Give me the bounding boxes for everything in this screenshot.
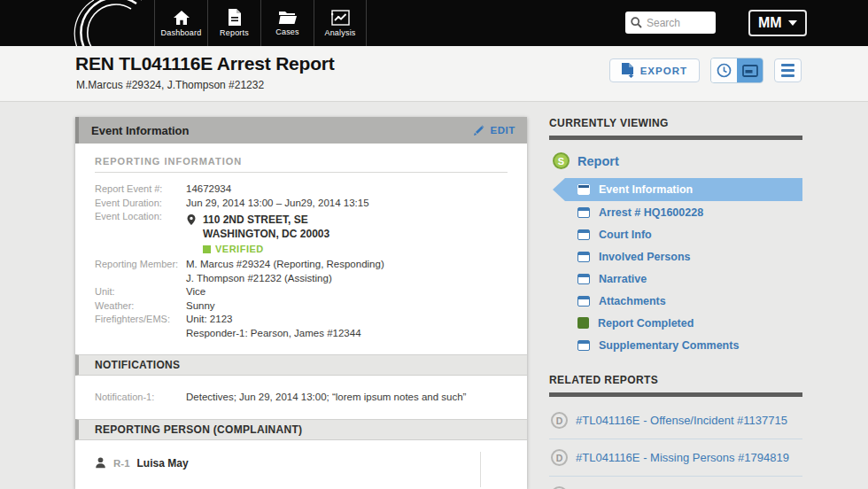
related-report-missing-persons[interactable]: D #TL041116E - Missing Persons #1794819 [549, 439, 802, 477]
related-report-offense[interactable]: D #TL041116E - Offense/Incident #1137715 [549, 402, 802, 439]
header-controls: EXPORT [609, 58, 802, 83]
card-icon [577, 274, 590, 284]
card-icon [577, 184, 590, 195]
panel-title: Event Information [91, 124, 190, 137]
card-icon [577, 296, 590, 307]
nav-item-analysis[interactable]: Analysis [314, 0, 367, 46]
user-menu-button[interactable]: MM [748, 10, 807, 36]
nav-item-reports[interactable]: Reports [207, 0, 260, 46]
export-button[interactable]: EXPORT [609, 58, 700, 82]
hamburger-icon [781, 64, 794, 66]
field-report-event: Report Event #: 14672934 [95, 182, 508, 197]
draft-badge: D [551, 449, 568, 466]
top-nav-bar: Dashboard Reports Cases Analysis MM [0, 0, 868, 46]
nav-item-dashboard[interactable]: Dashboard [154, 0, 207, 46]
reporting-person-section-heading: REPORTING PERSON (COMPLAINANT) [75, 419, 527, 440]
section-item-attachments[interactable]: Attachments [565, 290, 802, 312]
search-input[interactable] [647, 17, 709, 29]
global-search [625, 12, 716, 34]
history-toggle-button[interactable] [711, 58, 737, 82]
reporting-information-fields: Report Event #: 14672934 Event Duration:… [95, 182, 508, 340]
export-download-icon [622, 63, 634, 78]
field-reporting-member: Reporting Member: M. Marcus #29324 (Repo… [95, 258, 508, 285]
draft-badge: D [551, 412, 568, 429]
pencil-icon [474, 125, 484, 136]
address-line-1: 110 2ND STREET, SE [203, 213, 329, 227]
field-weather: Weather: Sunny [95, 299, 508, 314]
person-name: Luisa May [137, 457, 189, 470]
card-view-icon [742, 65, 758, 77]
page-title: REN TL041116E Arrest Report [75, 53, 335, 74]
section-item-report-completed[interactable]: Report Completed [565, 312, 802, 334]
person-tag: R-1 [113, 458, 130, 469]
field-event-location: Event Location: 110 2ND STREET, SE WASHI… [95, 210, 508, 258]
report-root-item[interactable]: S Report [553, 152, 802, 169]
report-section-list: Event Information Arrest # HQ1600228 Cou… [549, 178, 802, 356]
completed-square-icon [577, 317, 589, 329]
card-icon [577, 229, 590, 240]
card-icon [577, 207, 590, 218]
heading-rule [549, 136, 802, 140]
notification-row: Notification-1: Detectives; Jun 29, 2014… [95, 391, 508, 405]
currently-viewing-heading: CURRENTLY VIEWING [549, 117, 802, 129]
analysis-chart-icon [331, 10, 350, 26]
export-label: EXPORT [640, 66, 687, 76]
field-event-duration: Event Duration: Jun 29, 2014 13:00 – Jun… [95, 197, 508, 211]
verified-square-icon [203, 245, 211, 253]
view-toggle-group [710, 58, 763, 83]
card-icon [577, 340, 590, 351]
nav-label: Reports [220, 28, 249, 37]
event-information-panel: Event Information EDIT REPORTING INFORMA… [75, 117, 527, 489]
address-line-2: WASHINGTON, DC 20003 [203, 227, 329, 241]
person-icon [95, 457, 106, 469]
page-header: REN TL041116E Arrest Report M.Marcus #29… [0, 46, 868, 102]
verified-badge: VERIFIED [203, 244, 329, 254]
reporting-information-heading: REPORTING INFORMATION [95, 156, 508, 173]
page-subtitle: M.Marcus #29324, J.Thompson #21232 [76, 79, 264, 91]
hamburger-menu-button[interactable] [774, 58, 802, 82]
reporting-person-row[interactable]: R-1 Luisa May [95, 457, 508, 470]
field-unit: Unit: Vice [95, 285, 508, 299]
home-icon [173, 10, 190, 26]
section-item-arrest[interactable]: Arrest # HQ1600228 [565, 201, 802, 223]
search-icon [631, 17, 642, 28]
section-item-event-information[interactable]: Event Information [565, 178, 802, 201]
report-navigation-sidebar: CURRENTLY VIEWING S Report Event Informa… [549, 117, 802, 489]
primary-nav: Dashboard Reports Cases Analysis [154, 0, 367, 46]
related-reports-heading: RELATED REPORTS [549, 374, 802, 386]
location-pin-icon [186, 213, 197, 227]
field-firefighters-ems: Firefighters/EMS: Unit: 2123 Responder-1… [95, 313, 508, 340]
nav-label: Analysis [324, 28, 355, 37]
column-divider [480, 452, 481, 487]
clock-icon [717, 63, 732, 78]
user-initials: MM [758, 15, 782, 31]
app-logo-icon[interactable] [67, 0, 165, 46]
chevron-down-icon [788, 20, 797, 26]
nav-label: Cases [275, 27, 299, 36]
section-item-involved-persons[interactable]: Involved Persons [565, 245, 802, 268]
section-item-court-info[interactable]: Court Info [565, 223, 802, 245]
card-icon [577, 252, 590, 262]
nav-item-cases[interactable]: Cases [260, 0, 314, 46]
card-view-toggle-button[interactable] [737, 58, 763, 82]
report-file-icon [228, 9, 242, 26]
heading-rule [549, 392, 802, 397]
related-report-partial[interactable] [549, 477, 802, 489]
related-reports-list: D #TL041116E - Offense/Incident #1137715… [549, 402, 802, 489]
report-root-label: Report [577, 154, 619, 168]
status-badge: S [553, 152, 570, 169]
panel-header: Event Information EDIT [75, 117, 527, 144]
edit-button[interactable]: EDIT [474, 125, 515, 136]
notifications-section-heading: NOTIFICATIONS [75, 354, 527, 376]
related-reports-section: RELATED REPORTS D #TL041116E - Offense/I… [549, 374, 802, 489]
section-item-supplementary-comments[interactable]: Supplementary Comments [565, 334, 802, 356]
folder-icon [278, 10, 298, 25]
section-item-narrative[interactable]: Narrative [565, 268, 802, 290]
edit-label: EDIT [490, 125, 515, 136]
nav-label: Dashboard [161, 28, 202, 37]
